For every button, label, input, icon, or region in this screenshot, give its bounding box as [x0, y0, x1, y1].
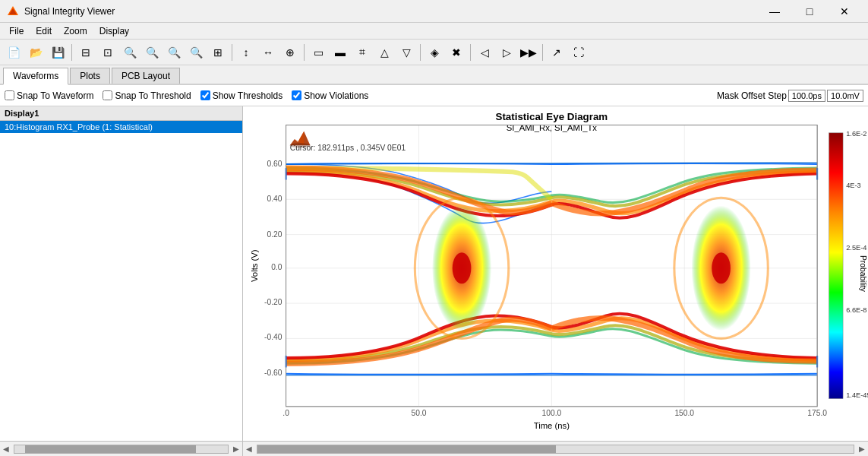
menu-display[interactable]: Display — [93, 24, 135, 38]
close-button[interactable]: ✕ — [827, 0, 862, 23]
tb-icon5[interactable]: 🔍 — [163, 43, 185, 62]
s5 — [470, 44, 471, 61]
tabs-bar: Waveforms Plots PCB Layout — [0, 65, 868, 85]
left-panel: Display1 10:Histogram RX1_Probe (1: Stat… — [0, 106, 243, 441]
s4 — [420, 44, 421, 61]
svg-text:4E-3: 4E-3 — [846, 182, 861, 189]
tb-icon9[interactable]: ↔ — [257, 43, 279, 62]
colorbar-label: Probability — [859, 255, 867, 293]
plot-scroll-track[interactable] — [257, 445, 854, 454]
svg-text:150.0: 150.0 — [674, 409, 694, 417]
snap-to-waveform-label: Snap To Waveform — [17, 90, 93, 101]
left-scroll-track[interactable] — [14, 445, 229, 454]
tb-icon14[interactable]: △ — [374, 43, 395, 62]
svg-text:-0.20: -0.20 — [264, 298, 282, 306]
tb-icon16[interactable]: ◈ — [424, 43, 445, 62]
tb-icon22[interactable]: ⛶ — [568, 43, 589, 62]
tb-icon13[interactable]: ⌗ — [352, 43, 373, 62]
snap-to-waveform-checkbox[interactable] — [5, 90, 14, 100]
svg-text:175.0: 175.0 — [807, 409, 827, 417]
open-btn[interactable]: 📂 — [25, 43, 46, 62]
tb-icon21[interactable]: ↗ — [546, 43, 567, 62]
tb-icon19[interactable]: ▷ — [496, 43, 517, 62]
svg-text:-0.40: -0.40 — [264, 333, 282, 341]
app-icon — [6, 5, 20, 18]
toolbar: 📄📂💾⊟⊡🔍🔍🔍🔍⊞↕↔⊕▭▬⌗△▽◈✖◁▷▶▶↗⛶ — [0, 40, 868, 65]
y-axis-label: Volts (V) — [250, 249, 259, 282]
tb-icon20[interactable]: ▶▶ — [518, 43, 539, 62]
maximize-button[interactable]: □ — [792, 0, 827, 23]
svg-text:2.5E-4: 2.5E-4 — [846, 244, 866, 252]
tb-icon6[interactable]: 🔍 — [185, 43, 207, 62]
menubar: File Edit Zoom Display — [0, 23, 868, 40]
mask-offset-mv[interactable]: 10.0mV — [827, 90, 863, 102]
bottom-scrollbar-area: ◀ ▶ ◀ ▶ — [0, 441, 868, 456]
svg-text:6.6E-8: 6.6E-8 — [846, 306, 866, 314]
plot-scroll-left-arrow[interactable]: ◀ — [243, 443, 255, 455]
menu-edit[interactable]: Edit — [30, 24, 58, 38]
svg-text:0.20: 0.20 — [267, 230, 282, 239]
tb-icon12[interactable]: ▬ — [330, 43, 351, 62]
save-btn[interactable]: 💾 — [47, 43, 68, 62]
tb-icon3[interactable]: 🔍 — [119, 43, 140, 62]
menu-zoom[interactable]: Zoom — [58, 24, 93, 38]
tab-plots[interactable]: Plots — [70, 68, 110, 84]
tb-icon8[interactable]: ↕ — [235, 43, 257, 62]
s3 — [304, 44, 305, 61]
chart-title: Statistical Eye Diagram — [495, 111, 608, 122]
svg-text:50.0: 50.0 — [411, 409, 426, 417]
mask-offset-ps[interactable]: 100.0ps — [788, 90, 825, 102]
title-text: Signal Integrity Viewer — [24, 6, 757, 17]
plot-area[interactable]: Statistical Eye Diagram SI_AMI_Rx, SI_AM… — [243, 106, 868, 441]
left-panel-header: Display1 — [0, 106, 242, 121]
snap-to-waveform-option[interactable]: Snap To Waveform — [5, 90, 93, 101]
plot-scroll-right-arrow[interactable]: ▶ — [856, 443, 868, 455]
tb-icon15[interactable]: ▽ — [396, 43, 417, 62]
mask-offset-controls: Mask Offset Step 100.0ps 10.0mV — [717, 90, 863, 102]
s2 — [232, 44, 232, 61]
svg-point-28 — [712, 252, 731, 283]
tb-icon4[interactable]: 🔍 — [141, 43, 163, 62]
signal-tree: 10:Histogram RX1_Probe (1: Statistical) — [0, 121, 242, 441]
show-violations-checkbox[interactable] — [292, 90, 301, 100]
display-label: Display1 — [5, 109, 39, 118]
svg-text:100.0: 100.0 — [542, 409, 562, 417]
svg-text:.0: .0 — [282, 409, 289, 417]
svg-text:1.4E-45: 1.4E-45 — [846, 391, 868, 399]
minimize-button[interactable]: — — [757, 0, 792, 23]
snap-to-threshold-checkbox[interactable] — [103, 90, 112, 100]
tb-icon7[interactable]: ⊞ — [207, 43, 229, 62]
signal-item-1[interactable]: 10:Histogram RX1_Probe (1: Statistical) — [0, 121, 242, 133]
svg-text:1.6E-2: 1.6E-2 — [846, 130, 866, 138]
right-panel-scrollbar: ◀ ▶ — [243, 442, 868, 456]
tb-icon11[interactable]: ▭ — [308, 43, 329, 62]
show-violations-option[interactable]: Show Violations — [292, 90, 368, 101]
scroll-left-arrow[interactable]: ◀ — [0, 443, 12, 455]
svg-text:0.0: 0.0 — [271, 263, 282, 271]
svg-rect-31 — [829, 133, 844, 399]
snap-to-threshold-label: Snap To Threshold — [115, 90, 191, 101]
snap-to-threshold-option[interactable]: Snap To Threshold — [103, 90, 191, 101]
main-area: Display1 10:Histogram RX1_Probe (1: Stat… — [0, 106, 868, 441]
show-thresholds-option[interactable]: Show Thresholds — [200, 90, 283, 101]
tb-icon1[interactable]: ⊟ — [75, 43, 96, 62]
tb-icon18[interactable]: ◁ — [474, 43, 495, 62]
titlebar: Signal Integrity Viewer — □ ✕ — [0, 0, 868, 23]
svg-point-38 — [290, 143, 311, 147]
window-controls: — □ ✕ — [757, 0, 862, 23]
menu-file[interactable]: File — [3, 24, 30, 38]
tb-icon2[interactable]: ⊡ — [97, 43, 118, 62]
tb-icon17[interactable]: ✖ — [446, 43, 467, 62]
scroll-right-arrow[interactable]: ▶ — [230, 443, 242, 455]
tb-icon10[interactable]: ⊕ — [279, 43, 301, 62]
svg-text:-0.60: -0.60 — [264, 369, 282, 377]
left-panel-scrollbar: ◀ ▶ — [0, 442, 243, 456]
tab-pcb-layout[interactable]: PCB Layout — [112, 68, 180, 84]
svg-text:0.40: 0.40 — [267, 195, 282, 203]
show-thresholds-checkbox[interactable] — [200, 90, 210, 100]
eye-diagram-svg: Statistical Eye Diagram SI_AMI_Rx, SI_AM… — [243, 106, 868, 441]
new-btn[interactable]: 📄 — [3, 43, 24, 62]
tab-waveforms[interactable]: Waveforms — [3, 68, 68, 85]
x-axis-label: Time (ns) — [534, 421, 570, 430]
show-violations-label: Show Violations — [304, 90, 368, 101]
